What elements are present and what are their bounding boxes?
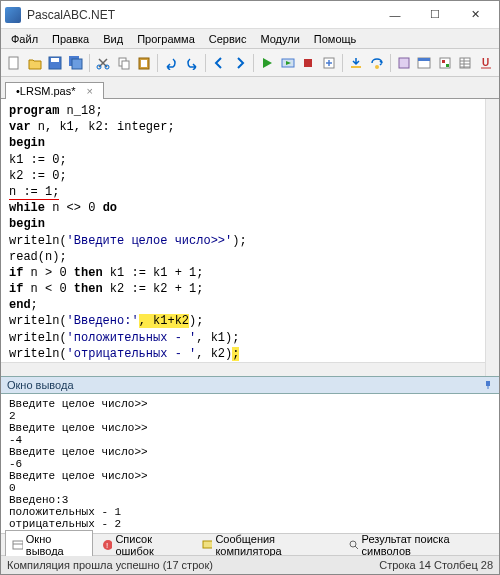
svg-rect-0 — [9, 57, 18, 69]
tab-close-icon[interactable]: × — [87, 85, 93, 97]
redo-icon[interactable] — [183, 53, 201, 73]
editor-hscroll[interactable] — [1, 362, 485, 376]
stop-icon[interactable] — [299, 53, 317, 73]
menu-file[interactable]: Файл — [5, 31, 44, 47]
statusbar: Компиляция прошла успешно (17 строк) Стр… — [1, 556, 499, 574]
editor-vscroll[interactable] — [485, 99, 499, 376]
cut-icon[interactable] — [94, 53, 112, 73]
tab-errors[interactable]: ! Список ошибок — [95, 530, 193, 560]
messages-icon — [202, 539, 213, 551]
compile-icon[interactable] — [319, 53, 337, 73]
undo-icon[interactable] — [162, 53, 180, 73]
svg-rect-2 — [51, 58, 59, 62]
code-editor[interactable]: program n_18; var n, k1, k2: integer; be… — [1, 99, 499, 376]
output-panel[interactable]: Введите целое число>> 2 Введите целое чи… — [1, 394, 499, 534]
svg-rect-14 — [351, 66, 361, 68]
svg-rect-4 — [72, 59, 82, 69]
nav-fwd-icon[interactable] — [231, 53, 249, 73]
titlebar: PascalABC.NET — ☐ ✕ — [1, 1, 499, 29]
svg-rect-25 — [486, 381, 490, 386]
maximize-button[interactable]: ☐ — [415, 3, 455, 27]
minimize-button[interactable]: — — [375, 3, 415, 27]
step-into-icon[interactable] — [347, 53, 365, 73]
form-icon[interactable] — [415, 53, 433, 73]
step-over-icon[interactable] — [367, 53, 385, 73]
svg-text:U: U — [482, 57, 489, 68]
paste-icon[interactable] — [135, 53, 153, 73]
svg-rect-20 — [442, 60, 445, 63]
bottom-tabbar: Окно вывода ! Список ошибок Сообщения ко… — [1, 534, 499, 556]
form-run-icon[interactable] — [279, 53, 297, 73]
window-title: PascalABC.NET — [27, 8, 375, 22]
file-tab[interactable]: •LRSM.pas* × — [5, 82, 104, 99]
svg-rect-21 — [446, 64, 449, 67]
underline-icon[interactable]: U — [477, 53, 495, 73]
save-all-icon[interactable] — [66, 53, 84, 73]
menu-modules[interactable]: Модули — [254, 31, 305, 47]
output-panel-title: Окно вывода — [7, 379, 74, 391]
copy-icon[interactable] — [114, 53, 132, 73]
output-icon — [12, 539, 23, 551]
pin-icon[interactable] — [483, 380, 493, 390]
tab-output[interactable]: Окно вывода — [5, 530, 93, 560]
error-icon: ! — [102, 539, 113, 551]
editor-tabbar: •LRSM.pas* × — [1, 77, 499, 99]
svg-text:!: ! — [106, 541, 108, 550]
menu-help[interactable]: Помощь — [308, 31, 363, 47]
open-file-icon[interactable] — [25, 53, 43, 73]
run-icon[interactable] — [258, 53, 276, 73]
svg-rect-12 — [304, 59, 312, 67]
module-icon[interactable] — [395, 53, 413, 73]
new-file-icon[interactable] — [5, 53, 23, 73]
menubar: Файл Правка Вид Программа Сервис Модули … — [1, 29, 499, 49]
menu-program[interactable]: Программа — [131, 31, 201, 47]
svg-rect-31 — [203, 541, 213, 548]
svg-point-15 — [375, 65, 379, 69]
save-icon[interactable] — [46, 53, 64, 73]
tab-messages[interactable]: Сообщения компилятора — [195, 530, 339, 560]
menu-view[interactable]: Вид — [97, 31, 129, 47]
output-panel-header[interactable]: Окно вывода — [1, 376, 499, 394]
status-cursor: Строка 14 Столбец 28 — [379, 559, 493, 571]
svg-rect-27 — [13, 541, 23, 549]
close-button[interactable]: ✕ — [455, 3, 495, 27]
svg-rect-16 — [399, 58, 409, 68]
tab-search[interactable]: Результат поиска символов — [341, 530, 495, 560]
props-icon[interactable] — [456, 53, 474, 73]
menu-service[interactable]: Сервис — [203, 31, 253, 47]
search-icon — [348, 539, 359, 551]
nav-back-icon[interactable] — [210, 53, 228, 73]
designer-icon[interactable] — [436, 53, 454, 73]
status-compile: Компиляция прошла успешно (17 строк) — [7, 559, 213, 571]
svg-rect-8 — [122, 61, 129, 69]
svg-rect-18 — [418, 58, 430, 61]
svg-line-33 — [355, 546, 358, 549]
toolbar: U — [1, 49, 499, 77]
menu-edit[interactable]: Правка — [46, 31, 95, 47]
app-icon — [5, 7, 21, 23]
svg-rect-10 — [141, 60, 147, 67]
file-tab-label: •LRSM.pas* — [16, 85, 76, 97]
